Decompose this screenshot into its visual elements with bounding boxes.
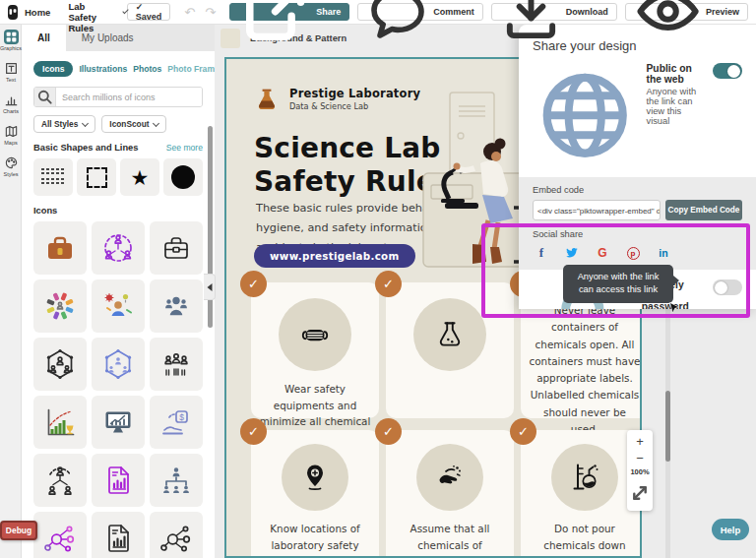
- icon-tile-growth-chart[interactable]: [33, 396, 87, 449]
- pill-illustrations[interactable]: Illustrations: [79, 64, 127, 74]
- panel-collapse-handle[interactable]: [204, 274, 216, 300]
- embed-code-label: Embed code: [533, 185, 742, 195]
- shape-dashed-square[interactable]: [77, 158, 116, 196]
- asset-type-pills: IconsIllustrationsPhotosPhoto Frames: [33, 61, 203, 77]
- comment-button[interactable]: Comment: [357, 3, 483, 21]
- icons-grid: $: [33, 221, 203, 558]
- icon-tile-molecule[interactable]: [33, 512, 87, 558]
- shape-star[interactable]: ★: [120, 158, 159, 196]
- copy-embed-code-button[interactable]: Copy Embed Code: [665, 200, 742, 220]
- chevron-down-icon: [82, 119, 89, 126]
- app-logo-icon[interactable]: [8, 5, 18, 20]
- poster-card[interactable]: Assume that all chemicals of unknown tox…: [386, 430, 514, 558]
- icon-tile-doc-chart[interactable]: [92, 454, 145, 507]
- icon-tile-segmented-circle[interactable]: [33, 279, 87, 333]
- icon-tile-people-network[interactable]: [92, 221, 145, 275]
- public-toggle[interactable]: [713, 63, 742, 79]
- shape-filled-circle[interactable]: [163, 158, 203, 196]
- brand-tagline: Data & Science Lab: [289, 101, 420, 111]
- tooltip-arrow: [673, 276, 679, 285]
- check-badge: ✓: [510, 418, 536, 445]
- flask-icon: [413, 298, 486, 371]
- zoom-in-button[interactable]: +: [636, 435, 644, 448]
- embed-code-input[interactable]: <div class="piktowrapper-embed" data-u: [533, 200, 661, 220]
- icon-tile-hex-people-outline[interactable]: [33, 338, 87, 391]
- filter-iconscout[interactable]: IconScout: [101, 115, 166, 133]
- brand-name: Prestige Laboratory: [289, 87, 420, 100]
- icon-tile-person-ideas[interactable]: [92, 279, 145, 333]
- icon-tile-team[interactable]: [150, 279, 203, 333]
- saved-status-button[interactable]: ✓ Saved: [127, 3, 171, 21]
- icon-tile-molecule-outline[interactable]: [150, 512, 203, 558]
- check-badge: ✓: [375, 418, 402, 445]
- icon-tile-monitor-chart[interactable]: [92, 396, 145, 449]
- check-badge: ✓: [240, 271, 267, 297]
- undo-icon[interactable]: ↶: [184, 5, 195, 20]
- eye-icon: [634, 0, 702, 46]
- icon-tile-people-group[interactable]: [150, 338, 203, 391]
- rail-item-maps[interactable]: Maps: [0, 119, 22, 151]
- pill-photo-frames[interactable]: Photo Frames: [167, 64, 215, 74]
- rail-item-styles[interactable]: Styles: [0, 151, 22, 182]
- share-icon: [238, 0, 312, 49]
- preview-button[interactable]: Preview: [625, 3, 748, 21]
- icon-tile-people-hierarchy[interactable]: [33, 454, 87, 507]
- canvas-scrollbar-thumb[interactable]: [665, 391, 670, 462]
- public-on-web-row: Public on the web Anyone with the link c…: [533, 63, 742, 167]
- mouse-cursor: [669, 300, 680, 318]
- rail-item-graphics[interactable]: Graphics: [0, 25, 22, 56]
- pill-icons[interactable]: Icons: [33, 61, 73, 77]
- hands-icon: [416, 444, 483, 511]
- search-input[interactable]: [56, 88, 202, 106]
- document-title[interactable]: Science Lab Safety Rules: [68, 0, 113, 33]
- zoom-controls: + − 100%: [627, 430, 653, 511]
- background-swatch[interactable]: [220, 29, 240, 48]
- website-pill[interactable]: www.prestigelab.com: [254, 244, 415, 268]
- mask-icon: [279, 298, 351, 371]
- filter-all-styles[interactable]: All Styles: [33, 115, 95, 133]
- zoom-out-button[interactable]: −: [636, 452, 644, 465]
- icon-tile-doc-chart-outline[interactable]: [92, 512, 145, 558]
- icon-tile-hand-dollar[interactable]: $: [150, 396, 203, 449]
- card-caption: Do not pour chemicals down drains. Do no…: [521, 511, 642, 558]
- grid-icon: [4, 30, 19, 44]
- icon-tile-briefcase-outline[interactable]: [150, 221, 203, 275]
- share-button[interactable]: Share: [229, 3, 349, 21]
- zoom-level[interactable]: 100%: [630, 467, 649, 476]
- icon-tile-hex-people[interactable]: [92, 338, 145, 391]
- globe-icon: [533, 63, 637, 167]
- poster-card[interactable]: Do not pour chemicals down drains. Do no…: [521, 430, 642, 558]
- shape-dashed-lines[interactable]: [33, 158, 73, 196]
- fit-screen-icon[interactable]: [627, 480, 653, 506]
- debug-button[interactable]: Debug: [0, 521, 37, 540]
- link-access-tooltip: Anyone with the link can access this lin…: [563, 265, 673, 303]
- home-button[interactable]: Home: [25, 7, 50, 18]
- see-more-link[interactable]: See more: [166, 143, 203, 153]
- shapes-section-title: Basic Shapes and Lines: [33, 143, 138, 153]
- poster-card[interactable]: Know locations of laboratory safety show…: [251, 430, 379, 558]
- rail-item-charts[interactable]: Charts: [0, 88, 22, 119]
- bars-icon: [4, 93, 19, 107]
- check-badge: ✓: [240, 418, 267, 445]
- download-button[interactable]: Download: [491, 3, 617, 21]
- icon-tile-briefcase[interactable]: [33, 221, 87, 275]
- poster-card[interactable]: Wear safety equipments and minimize all …: [251, 282, 379, 418]
- flask-stand-icon: [551, 444, 618, 511]
- tab-all[interactable]: All: [22, 25, 66, 51]
- help-button[interactable]: Help: [712, 519, 749, 540]
- flask-logo-icon: [252, 87, 282, 116]
- rail-item-text[interactable]: Text: [0, 56, 22, 88]
- graphics-panel: AllMy Uploads IconsIllustrationsPhotosPh…: [22, 25, 215, 558]
- card-caption: Know locations of laboratory safety show…: [251, 511, 379, 558]
- text-icon: [4, 61, 19, 76]
- panel-tabs: AllMy Uploads: [22, 25, 215, 51]
- poster-brand[interactable]: Prestige Laboratory Data & Science Lab: [252, 87, 420, 116]
- icon-tile-org-chart[interactable]: [150, 454, 203, 507]
- pill-photos[interactable]: Photos: [133, 64, 161, 74]
- left-rail: GraphicsTextChartsMapsStyles: [0, 25, 22, 558]
- redo-icon[interactable]: ↷: [205, 5, 216, 20]
- download-icon: [500, 0, 562, 43]
- search-icon: [34, 88, 56, 106]
- pin-icon: [282, 444, 348, 511]
- palette-icon: [4, 155, 19, 170]
